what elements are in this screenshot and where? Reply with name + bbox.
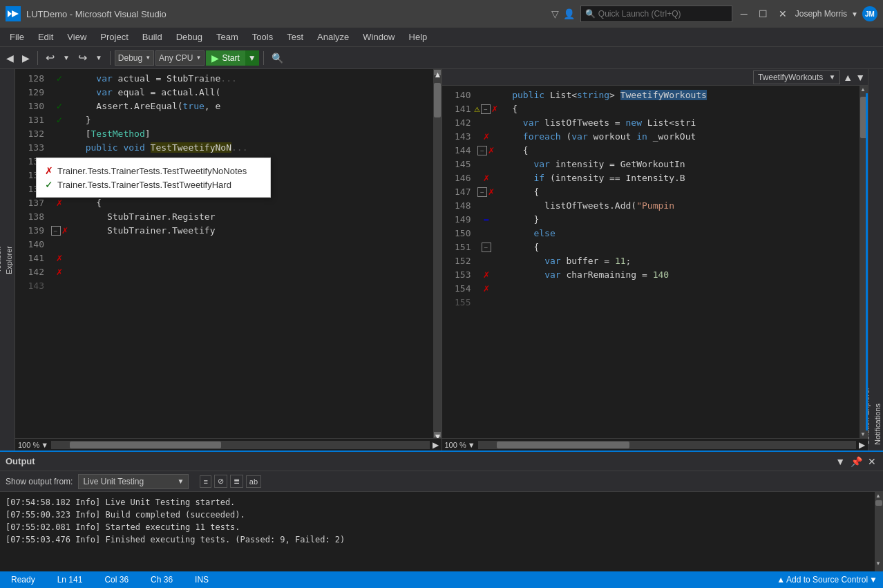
rcode-151: else: [496, 227, 860, 240]
scrollbar-down-arrow[interactable]: ▼: [434, 432, 441, 437]
word-wrap-btn[interactable]: ≡: [200, 475, 211, 488]
redo-dropdown[interactable]: ▼: [92, 52, 106, 64]
left-zoom[interactable]: 100 % ▼: [15, 441, 51, 449]
search-icon: 🔍: [585, 9, 596, 19]
nav-up-button[interactable]: ▲: [843, 72, 853, 83]
nav-down-button[interactable]: ▼: [855, 72, 865, 83]
debug-config-dropdown[interactable]: Debug ▼: [115, 50, 154, 66]
left-code-content[interactable]: var actual = StubTraine... var equal = a…: [69, 69, 433, 438]
rscroll-up[interactable]: ▲: [860, 86, 868, 93]
right-scrollbar-v[interactable]: ▲ ▼: [860, 86, 868, 438]
source-control-arrow: ▲: [777, 575, 785, 585]
start-arrow-icon: ▼: [248, 53, 256, 63]
left-hscroll-thumb[interactable]: [70, 442, 221, 448]
scrollbar-up-arrow[interactable]: ▲: [434, 70, 441, 75]
code-line-130: var equal = actual.All(: [69, 86, 433, 99]
menu-analyze[interactable]: Analyze: [310, 29, 356, 45]
menu-build[interactable]: Build: [135, 29, 169, 45]
output-toolbar: Show output from: Live Unit Testing ▼ ≡ …: [0, 471, 883, 492]
ind-128: ✓: [56, 74, 63, 84]
format1-btn[interactable]: ≣: [230, 475, 243, 488]
pass-icon: ✓: [45, 179, 53, 190]
method-nav-dropdown[interactable]: TweetifyWorkouts ▼: [753, 70, 840, 84]
filter-icon[interactable]: ▽: [551, 8, 559, 19]
user-dropdown-arrow[interactable]: ▼: [851, 10, 858, 18]
rcode-154: var charRemaining = 140: [496, 268, 860, 282]
menu-view[interactable]: View: [60, 29, 93, 45]
search-input[interactable]: [598, 9, 723, 19]
right-editor-pane: TweetifyWorkouts ▼ ▲ ▼ 140141142143144 1…: [442, 69, 868, 451]
code-line-128: var actual = StubTraine...: [69, 72, 433, 86]
menu-debug[interactable]: Debug: [169, 29, 209, 45]
maximize-button[interactable]: ☐: [756, 6, 770, 22]
ind-149: −: [483, 214, 488, 225]
forward-button[interactable]: ▶: [19, 50, 33, 66]
solution-explorer-label[interactable]: Solution Explorer: [868, 69, 872, 451]
explorer-label[interactable]: Explorer: [3, 240, 15, 280]
output-scroll-up[interactable]: ▲: [875, 492, 883, 500]
right-hscroll-track[interactable]: [478, 441, 856, 449]
undo-dropdown[interactable]: ▼: [59, 52, 73, 64]
output-close-btn[interactable]: ✕: [866, 455, 877, 468]
titlebar-icons: ▽ 👤: [551, 8, 575, 19]
right-hscroll-thumb[interactable]: [497, 442, 629, 448]
rcode-147: if (intensity == Intensity.B: [496, 171, 860, 185]
minimize-button[interactable]: ─: [738, 6, 750, 22]
profile-icon[interactable]: 👤: [563, 8, 575, 19]
back-button[interactable]: ◀: [3, 50, 17, 66]
ind-130: ✓: [56, 102, 63, 111]
output-title: Output: [6, 456, 35, 466]
blue-bar: [866, 93, 868, 430]
format2-btn[interactable]: ab: [246, 475, 261, 488]
menu-help[interactable]: Help: [402, 29, 435, 45]
left-scroll-right[interactable]: ▶: [430, 440, 442, 450]
collapse-151[interactable]: −: [482, 243, 491, 252]
output-pin-btn[interactable]: 📌: [849, 455, 864, 468]
start-dropdown-button[interactable]: ▼: [245, 50, 259, 66]
output-scrollbar[interactable]: ▲ ▼: [875, 492, 883, 571]
menu-file[interactable]: File: [3, 29, 31, 45]
undo-button[interactable]: ↩: [42, 49, 58, 66]
rscroll-down[interactable]: ▼: [860, 430, 868, 438]
ind-143: ✗: [483, 132, 490, 142]
right-code-content[interactable]: public List<string> TweetifyWorkouts { v…: [496, 86, 860, 438]
left-scrollbar-v[interactable]: ▲ ▼: [433, 69, 442, 438]
right-side-panel: Notifications Solution Explorer Team Exp…: [868, 69, 883, 451]
source-control-text[interactable]: Add to Source Control: [786, 575, 868, 585]
search-toolbar-button[interactable]: 🔍: [268, 50, 287, 66]
platform-dropdown[interactable]: Any CPU ▼: [155, 50, 205, 66]
left-editor-pane: 128129130131132 133134135136137 13813914…: [15, 69, 442, 451]
menu-tools[interactable]: Tools: [245, 29, 280, 45]
menu-project[interactable]: Project: [93, 29, 135, 45]
right-scroll-right[interactable]: ▶: [856, 440, 868, 450]
collapse-144[interactable]: −: [477, 146, 487, 155]
output-scroll-down[interactable]: ▼: [875, 560, 882, 567]
start-label: Start: [222, 53, 239, 63]
scrollbar-thumb[interactable]: [434, 83, 441, 117]
collapse-147[interactable]: −: [477, 187, 487, 197]
right-zoom[interactable]: 100 % ▼: [442, 441, 478, 449]
notifications-label[interactable]: Notifications: [872, 69, 883, 451]
menu-team[interactable]: Team: [209, 29, 245, 45]
start-button[interactable]: ▶ Start: [206, 50, 245, 66]
right-bottom-row: 100 % ▼ ▶: [442, 438, 868, 451]
output-line-1: [07:54:58.182 Info] Live Unit Testing st…: [6, 496, 869, 509]
menu-window[interactable]: Window: [356, 29, 401, 45]
redo-button[interactable]: ↪: [75, 49, 91, 66]
output-scroll-thumb[interactable]: [875, 500, 882, 506]
menu-test[interactable]: Test: [280, 29, 310, 45]
output-source-dropdown[interactable]: Live Unit Testing ▼: [78, 474, 189, 489]
toolbox-label[interactable]: Toolbox: [0, 241, 3, 278]
source-control-dropdown[interactable]: ▼: [869, 575, 877, 585]
clear-btn[interactable]: ⊘: [214, 475, 227, 488]
left-hscroll-track[interactable]: [51, 441, 429, 449]
rcode-142: {: [496, 102, 860, 116]
quick-launch-search[interactable]: 🔍: [580, 6, 732, 22]
collapse-139[interactable]: −: [51, 226, 61, 236]
output-dropdown-btn[interactable]: ▼: [834, 455, 846, 468]
close-button[interactable]: ✕: [776, 6, 790, 22]
rcode-152: {: [496, 240, 860, 254]
menu-edit[interactable]: Edit: [31, 29, 60, 45]
collapse-141[interactable]: −: [481, 104, 491, 114]
status-ln: Ln 141: [52, 575, 88, 585]
